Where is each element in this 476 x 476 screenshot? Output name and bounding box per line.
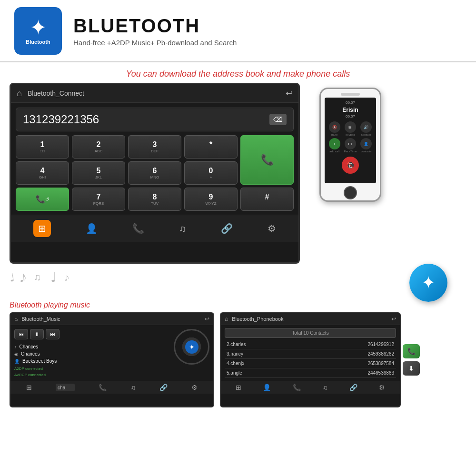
- dial-1[interactable]: 1□□: [16, 135, 69, 159]
- bluetooth-logo: ✦ Bluetooth: [14, 7, 62, 55]
- nav-menu-icon[interactable]: ⊞: [33, 220, 51, 237]
- home-icon[interactable]: ⌂: [17, 89, 22, 99]
- screen-title: Bluetooth_Connect: [28, 89, 286, 97]
- a2dp-status: A2DP connected: [14, 367, 170, 371]
- play-pause-button[interactable]: ⏸: [30, 329, 44, 339]
- mute-button[interactable]: 🔇: [329, 121, 340, 133]
- nav-settings-icon[interactable]: ⚙: [268, 223, 276, 234]
- track1-row: ♪ Chances: [14, 343, 170, 350]
- nav-phone-icon[interactable]: 📞: [132, 223, 144, 234]
- contacts-total: Total 10 Contacts: [225, 328, 396, 338]
- contacts-button[interactable]: 👤: [360, 138, 372, 149]
- backspace-button[interactable]: ⌫: [269, 114, 287, 125]
- nav-music-icon[interactable]: ♫: [179, 223, 186, 234]
- phonebook-wrapper: ⌂ Bluetooth_Phonebook ↩ Total 10 Contact…: [220, 312, 425, 407]
- dial-6[interactable]: 6MNO: [128, 161, 181, 185]
- pb-nav-menu[interactable]: ⊞: [236, 384, 241, 391]
- dial-star[interactable]: *: [184, 135, 238, 159]
- next-button[interactable]: ⏭: [46, 329, 60, 339]
- phone-display: 131239221356 ⌫: [16, 108, 294, 131]
- end-call-row: 📵: [327, 157, 373, 174]
- phonebook-screen: ⌂ Bluetooth_Phonebook ↩ Total 10 Contact…: [220, 312, 401, 407]
- contact-number-nancy: 2459386262: [367, 351, 394, 357]
- main-demo-area: ⌂ Bluetooth_Connect ↩ 131239221356 ⌫ 1□□…: [0, 83, 476, 264]
- music-home-icon[interactable]: ⌂: [14, 316, 18, 322]
- music-nav-menu[interactable]: ⊞: [26, 384, 32, 391]
- pb-nav-link[interactable]: 🔗: [349, 384, 357, 391]
- music-nav-settings[interactable]: ⚙: [191, 384, 198, 391]
- prev-button[interactable]: ⏮: [14, 329, 28, 339]
- dial-9[interactable]: 9WXYZ: [184, 188, 238, 211]
- dial-3[interactable]: 3DEF: [128, 135, 181, 159]
- phonebook-topbar: ⌂ Bluetooth_Phonebook ↩: [221, 313, 400, 325]
- decoration-area: ♩ ♪ ♫ ♩ ♪ ✦: [0, 264, 476, 297]
- contact-number-chenjx: 2653897584: [367, 361, 394, 366]
- pb-nav-phone[interactable]: 📞: [293, 384, 301, 391]
- phone-mockup-area: 00:07 Erisin 00:07 🔇 mute ⊞ keypad 🔊 spe…: [307, 88, 393, 202]
- phone-speaker: [341, 93, 360, 96]
- speaker-button[interactable]: 🔊: [360, 121, 372, 133]
- call-button[interactable]: 📞: [240, 135, 294, 185]
- vinyl-disc: ✦: [174, 329, 209, 365]
- music-nav-music[interactable]: ♫: [130, 384, 136, 391]
- phonebook-back-icon[interactable]: ↩: [391, 316, 396, 322]
- nav-link-icon[interactable]: 🔗: [221, 223, 233, 234]
- bottom-section: ⌂ Bluetooth_Music ↩ ⏮ ⏸ ⏭ ♪ Chances ◉ Ch…: [0, 312, 476, 407]
- phonebook-home-icon[interactable]: ⌂: [225, 316, 228, 322]
- music-screen-navbar: ⊞ 📞 ♫ 🔗 ⚙: [10, 381, 213, 394]
- music-screen-title: Bluetooth_Music: [21, 316, 205, 322]
- pb-nav-contacts[interactable]: 👤: [263, 384, 271, 391]
- phonebook-side-buttons: 📞 ⬇: [401, 312, 422, 407]
- radio-icon: ◉: [14, 352, 18, 357]
- dial-5[interactable]: 5JKL: [72, 161, 125, 185]
- music-nav-phone[interactable]: 📞: [99, 384, 107, 391]
- section2-title: Bluetooth playing music: [0, 297, 476, 312]
- pb-nav-settings[interactable]: ⚙: [379, 384, 385, 391]
- dial-hash[interactable]: #: [240, 188, 294, 211]
- contact-row-nancy[interactable]: 3.nancy 2459386262: [225, 349, 396, 359]
- dial-7[interactable]: 7PQRS: [72, 188, 125, 211]
- facetime-button[interactable]: FT: [345, 138, 356, 149]
- pb-nav-music[interactable]: ♫: [323, 384, 328, 391]
- add-call-button[interactable]: +: [329, 138, 340, 149]
- end-call-button[interactable]: 📵: [342, 157, 359, 174]
- bluetooth-music-icon: ✦: [409, 264, 447, 302]
- phone-number-display: 131239221356: [23, 113, 269, 126]
- dial-zero[interactable]: 0+: [184, 161, 238, 185]
- dial-8[interactable]: 8TUV: [128, 188, 181, 211]
- dial-2[interactable]: 2ABC: [72, 135, 125, 159]
- contact-name-charles: 2.charles: [227, 342, 246, 347]
- track2-name: Chances: [21, 351, 40, 357]
- call-contact-button[interactable]: 📞: [403, 344, 420, 358]
- phonebook-navbar: ⊞ 👤 📞 ♫ 🔗 ⚙: [221, 381, 400, 394]
- music-nav-search-input[interactable]: [56, 384, 75, 391]
- dial-4[interactable]: 4GHI: [16, 161, 69, 185]
- contact-row-angle[interactable]: 5.angle 2446536863: [225, 368, 396, 378]
- header: ✦ Bluetooth BLUETOOTH Hand-free +A2DP Mu…: [0, 0, 476, 62]
- nav-contacts-icon[interactable]: 👤: [86, 223, 98, 234]
- back-icon[interactable]: ↩: [286, 88, 293, 99]
- contact-name-chenjx: 4.chenjx: [227, 361, 244, 366]
- keypad-button[interactable]: ⊞: [345, 121, 356, 133]
- phone-call-buttons: 🔇 mute ⊞ keypad 🔊 speaker + add call: [327, 121, 373, 153]
- dialpad: 1□□ 2ABC 3DEF * 📞 4GHI 5JKL 6MNO 0+ 📞↺ 7…: [11, 135, 298, 215]
- page-title: BLUETOOTH: [73, 15, 237, 37]
- music-notes: ♩ ♪ ♫ ♩ ♪: [10, 264, 466, 286]
- artist-row: 👤 Backstreet Boys: [14, 357, 170, 365]
- music-nav-link[interactable]: 🔗: [159, 384, 168, 391]
- section1-title: You can download the address book and ma…: [0, 62, 476, 83]
- phone-call-duration: 00:07: [327, 114, 373, 119]
- phone-screen: 00:07 Erisin 00:07 🔇 mute ⊞ keypad 🔊 spe…: [325, 98, 376, 183]
- contact-row-chenjx[interactable]: 4.chenjx 2653897584: [225, 359, 396, 368]
- contact-name-angle: 5.angle: [227, 370, 242, 376]
- phone-mockup: 00:07 Erisin 00:07 🔇 mute ⊞ keypad 🔊 spe…: [319, 88, 381, 202]
- contact-number-charles: 2614296912: [367, 342, 394, 347]
- music-back-icon[interactable]: ↩: [205, 316, 209, 322]
- car-screen-big: ⌂ Bluetooth_Connect ↩ 131239221356 ⌫ 1□□…: [10, 83, 300, 264]
- phone-home-button[interactable]: [344, 186, 357, 199]
- download-contacts-button[interactable]: ⬇: [403, 361, 420, 376]
- music-note-icon-1: ♪: [14, 345, 17, 349]
- contact-row-charles[interactable]: 2.charles 2614296912: [225, 340, 396, 349]
- screen-topbar: ⌂ Bluetooth_Connect ↩: [11, 84, 298, 103]
- redial-button[interactable]: 📞↺: [16, 188, 69, 211]
